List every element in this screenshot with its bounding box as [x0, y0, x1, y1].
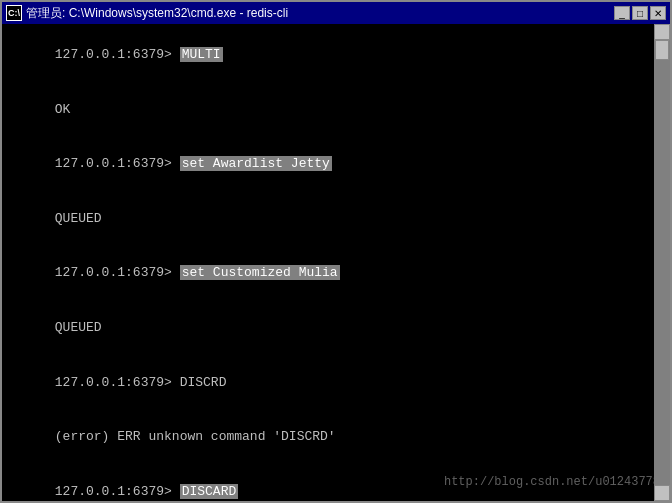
terminal-line: QUEUED	[8, 192, 664, 247]
close-button[interactable]: ✕	[650, 6, 666, 20]
terminal-line: 127.0.0.1:6379> set Awardlist Jetty	[8, 137, 664, 192]
error-text: (error) ERR unknown command 'DISCRD'	[55, 429, 336, 444]
prompt: 127.0.0.1:6379>	[55, 484, 180, 499]
window: C:\ 管理员: C:\Windows\system32\cmd.exe - r…	[0, 0, 672, 503]
title-buttons: _ □ ✕	[614, 6, 666, 20]
terminal-line: QUEUED	[8, 301, 664, 356]
command-set1: set Awardlist Jetty	[180, 156, 332, 171]
prompt: 127.0.0.1:6379>	[55, 375, 180, 390]
terminal-area[interactable]: 127.0.0.1:6379> MULTI OK 127.0.0.1:6379>…	[2, 24, 670, 501]
output-ok1: OK	[55, 102, 71, 117]
scroll-thumb[interactable]	[655, 40, 669, 60]
terminal-line: 127.0.0.1:6379> set Customized Mulia	[8, 246, 664, 301]
command-discrd: DISCRD	[180, 375, 227, 390]
scroll-track[interactable]	[654, 40, 670, 485]
minimize-button[interactable]: _	[614, 6, 630, 20]
terminal-line: 127.0.0.1:6379> MULTI	[8, 28, 664, 83]
prompt: 127.0.0.1:6379>	[55, 156, 180, 171]
watermark: http://blog.csdn.net/u01243778	[444, 475, 660, 489]
prompt: 127.0.0.1:6379>	[55, 47, 180, 62]
title-bar: C:\ 管理员: C:\Windows\system32\cmd.exe - r…	[2, 2, 670, 24]
terminal-line: 127.0.0.1:6379> DISCRD	[8, 355, 664, 410]
output-queued2: QUEUED	[55, 320, 102, 335]
prompt: 127.0.0.1:6379>	[55, 265, 180, 280]
output-queued1: QUEUED	[55, 211, 102, 226]
window-title: 管理员: C:\Windows\system32\cmd.exe - redis…	[26, 5, 614, 22]
terminal-line: OK	[8, 83, 664, 138]
window-icon: C:\	[6, 5, 22, 21]
scrollbar[interactable]: ▲ ▼	[654, 24, 670, 501]
terminal-line-error: (error) ERR unknown command 'DISCRD'	[8, 410, 664, 465]
scroll-up-button[interactable]: ▲	[654, 24, 670, 40]
command-set2: set Customized Mulia	[180, 265, 340, 280]
scroll-down-button[interactable]: ▼	[654, 485, 670, 501]
maximize-button[interactable]: □	[632, 6, 648, 20]
command-multi: MULTI	[180, 47, 223, 62]
command-discard: DISCARD	[180, 484, 239, 499]
